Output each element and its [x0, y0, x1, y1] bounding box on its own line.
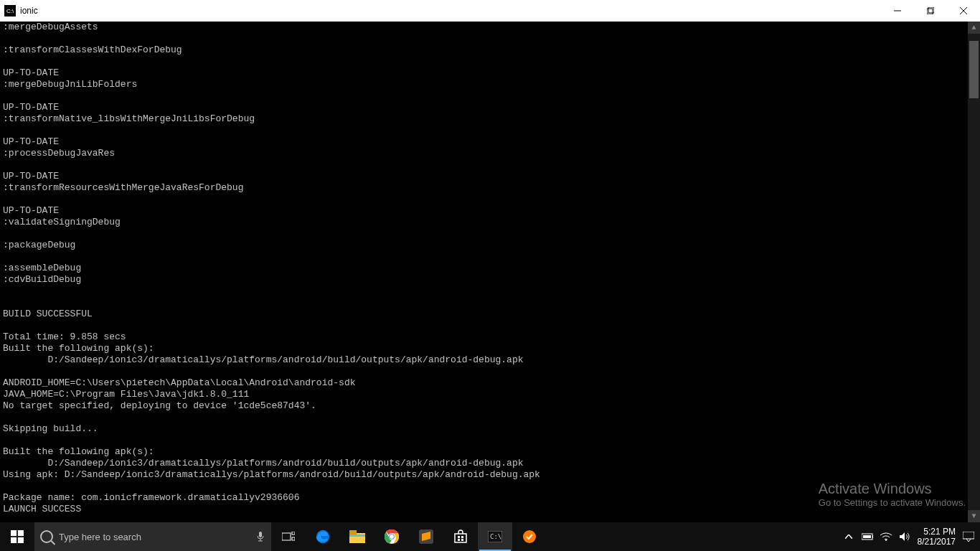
task-view-icon — [282, 532, 295, 542]
search-placeholder: Type here to search — [59, 532, 250, 542]
notification-icon — [963, 532, 974, 542]
svg-rect-5 — [11, 530, 17, 536]
watermark-title: Activate Windows — [819, 481, 966, 497]
taskbar-app-putty[interactable] — [512, 522, 547, 551]
svg-rect-35 — [963, 532, 974, 539]
svg-rect-7 — [11, 537, 17, 543]
tray-overflow-button[interactable] — [843, 531, 854, 542]
cortana-icon — [40, 530, 53, 543]
svg-rect-32 — [872, 535, 873, 538]
svg-rect-2 — [928, 7, 934, 13]
clock[interactable]: 5:21 PM 8/21/2017 — [918, 527, 956, 547]
window-controls — [881, 0, 980, 22]
battery-icon[interactable] — [862, 531, 873, 542]
volume-icon[interactable] — [899, 531, 910, 542]
maximize-button[interactable] — [914, 0, 947, 22]
taskbar-pinned-apps: C:\ — [271, 522, 547, 551]
close-button[interactable] — [947, 0, 980, 22]
chevron-up-icon — [845, 534, 852, 539]
terminal-text: :mergeDebugAssets :transformClassesWithD… — [3, 22, 977, 515]
time-text: 5:21 PM — [918, 527, 956, 537]
taskbar-app-file-explorer[interactable] — [340, 522, 374, 551]
taskbar-app-edge[interactable] — [306, 522, 340, 551]
svg-rect-33 — [863, 535, 871, 538]
cmd-icon: C:\ — [4, 5, 16, 17]
svg-rect-25 — [461, 536, 463, 538]
terminal-output[interactable]: :mergeDebugAssets :transformClassesWithD… — [0, 22, 980, 522]
taskbar-app-store[interactable] — [443, 522, 478, 551]
taskbar-app-cmd[interactable]: C:\ — [478, 522, 512, 551]
svg-rect-9 — [259, 532, 262, 537]
scroll-track[interactable] — [968, 34, 980, 510]
chrome-icon — [384, 529, 400, 545]
window-title: ionic — [20, 6, 38, 16]
scroll-down-arrow[interactable]: ▼ — [968, 510, 980, 522]
minimize-icon — [894, 7, 901, 14]
scroll-thumb[interactable] — [969, 41, 979, 98]
svg-rect-17 — [349, 530, 357, 534]
folder-icon — [349, 530, 365, 543]
watermark-subtitle: Go to Settings to activate Windows. — [819, 497, 966, 508]
svg-rect-26 — [458, 539, 460, 541]
scroll-up-arrow[interactable]: ▲ — [968, 22, 980, 34]
svg-rect-23 — [455, 534, 466, 542]
svg-rect-8 — [18, 537, 24, 543]
sublime-icon — [419, 529, 433, 544]
activate-windows-watermark: Activate Windows Go to Settings to activ… — [819, 481, 966, 508]
svg-rect-13 — [292, 532, 295, 534]
svg-rect-6 — [18, 530, 24, 536]
windows-logo-icon — [11, 530, 24, 543]
action-center-button[interactable] — [963, 531, 974, 542]
maximize-icon — [927, 7, 934, 14]
taskbar-app-sublime[interactable] — [409, 522, 443, 551]
svg-rect-1 — [927, 9, 933, 14]
close-icon — [960, 7, 967, 14]
taskbar: Type here to search C:\ — [0, 522, 980, 551]
terminal-icon: C:\ — [488, 531, 502, 542]
svg-rect-24 — [458, 536, 460, 538]
date-text: 8/21/2017 — [918, 537, 956, 547]
svg-text:C:\: C:\ — [490, 533, 501, 540]
svg-point-30 — [523, 530, 536, 543]
svg-point-21 — [390, 534, 394, 539]
minimize-button[interactable] — [881, 0, 914, 22]
edge-icon — [315, 529, 331, 545]
search-box[interactable]: Type here to search — [34, 522, 271, 551]
taskbar-app-chrome[interactable] — [374, 522, 409, 551]
window-titlebar: C:\ ionic — [0, 0, 980, 22]
svg-point-34 — [885, 540, 887, 541]
wifi-icon[interactable] — [880, 531, 892, 542]
microphone-icon[interactable] — [255, 531, 265, 542]
svg-rect-18 — [349, 534, 365, 537]
system-tray: 5:21 PM 8/21/2017 — [837, 522, 980, 551]
store-icon — [453, 529, 468, 544]
svg-rect-12 — [282, 533, 291, 540]
putty-icon — [522, 529, 537, 544]
task-view-button[interactable] — [271, 522, 306, 551]
start-button[interactable] — [0, 522, 34, 551]
svg-rect-27 — [461, 539, 463, 541]
scrollbar[interactable]: ▲ ▼ — [968, 22, 980, 522]
svg-rect-14 — [292, 537, 295, 540]
